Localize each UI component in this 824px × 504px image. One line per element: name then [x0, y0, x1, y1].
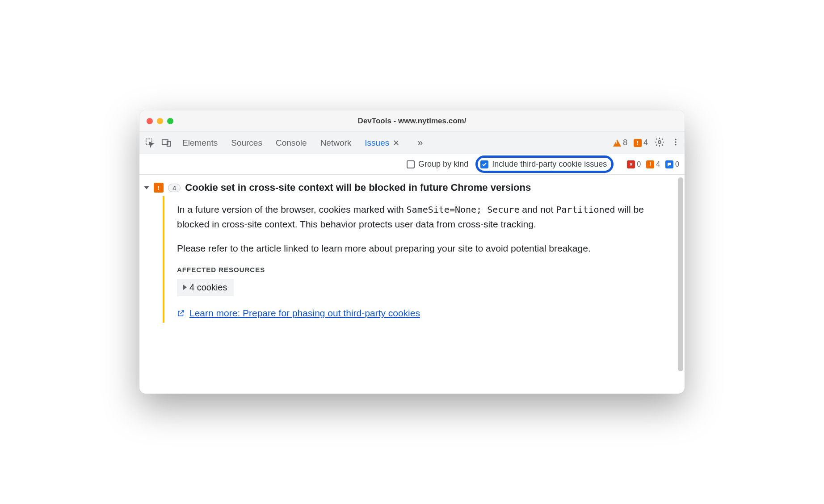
issue-item: ! 4 Cookie set in cross-site context wil…	[139, 175, 685, 394]
issue-count-pill: 4	[168, 184, 181, 192]
issues-filter-bar: Group by kind Include third-party cookie…	[139, 154, 685, 175]
info-count: 0	[675, 160, 679, 168]
svg-point-5	[675, 141, 676, 143]
tab-sources[interactable]: Sources	[231, 137, 262, 149]
settings-icon[interactable]	[654, 137, 665, 149]
group-by-kind-label: Group by kind	[418, 160, 468, 169]
info-square-icon	[665, 160, 673, 168]
tab-issues-label: Issues	[365, 138, 389, 148]
group-by-kind-checkbox[interactable]: Group by kind	[407, 160, 468, 169]
more-tabs-icon[interactable]: »	[417, 137, 423, 149]
tab-elements[interactable]: Elements	[182, 137, 218, 149]
issue-header[interactable]: ! 4 Cookie set in cross-site context wil…	[144, 179, 674, 196]
traffic-lights	[147, 118, 173, 124]
minimize-window-button[interactable]	[157, 118, 163, 124]
maximize-window-button[interactable]	[167, 118, 173, 124]
learn-more-text: Learn more: Prepare for phasing out thir…	[189, 308, 420, 319]
issue-severity-icon: !	[154, 183, 164, 193]
titlebar: DevTools - www.nytimes.com/	[139, 110, 685, 132]
tab-network[interactable]: Network	[320, 137, 352, 149]
learn-more-link[interactable]: Learn more: Prepare for phasing out thir…	[177, 308, 420, 319]
breaking-count: 4	[643, 138, 648, 147]
include-3p-label: Include third-party cookie issues	[492, 160, 607, 169]
warnings-badge[interactable]: 8	[613, 138, 627, 147]
error-square-icon: ×	[627, 160, 635, 168]
breaking-badge[interactable]: ! 4	[634, 138, 648, 147]
inspect-element-icon[interactable]	[144, 137, 156, 149]
expand-caret-icon	[144, 186, 149, 189]
tab-console[interactable]: Console	[276, 137, 307, 149]
issue-kind-counts: × 0 ! 4 0	[627, 160, 679, 168]
desc1-code1: SameSite=None; Secure	[407, 204, 520, 215]
include-3p-highlight: Include third-party cookie issues	[475, 155, 614, 173]
breaking-changes-count[interactable]: ! 4	[646, 160, 660, 168]
desc1-mid: and not	[519, 204, 556, 214]
close-window-button[interactable]	[147, 118, 153, 124]
desc1-code2: Partitioned	[556, 204, 615, 215]
warning-triangle-icon	[613, 139, 621, 147]
improvements-count[interactable]: 0	[665, 160, 679, 168]
toolbar-right: 8 ! 4	[613, 137, 680, 149]
issue-body: In a future version of the browser, cook…	[163, 196, 674, 323]
page-errors-count[interactable]: × 0	[627, 160, 641, 168]
more-options-icon[interactable]	[671, 138, 680, 148]
external-link-icon	[177, 309, 185, 317]
devtools-window: DevTools - www.nytimes.com/ Elements Sou…	[139, 110, 685, 394]
checkbox-checked-icon	[480, 160, 488, 168]
cookies-count-label: 4 cookies	[189, 282, 227, 293]
scrollbar[interactable]	[678, 177, 683, 371]
issue-title: Cookie set in cross-site context will be…	[185, 182, 531, 193]
issues-content: ! 4 Cookie set in cross-site context wil…	[139, 175, 685, 394]
breaking-square-icon: !	[646, 160, 654, 168]
checkbox-unchecked-icon	[407, 160, 415, 168]
warnings-count-mini: 4	[656, 160, 660, 168]
issue-description-2: Please refer to the article linked to le…	[177, 241, 665, 256]
device-toggle-icon[interactable]	[160, 137, 172, 149]
issue-description-1: In a future version of the browser, cook…	[177, 202, 665, 231]
close-tab-icon[interactable]: ✕	[393, 138, 399, 148]
desc1-pre: In a future version of the browser, cook…	[177, 204, 407, 214]
window-title: DevTools - www.nytimes.com/	[139, 117, 685, 126]
warnings-count: 8	[623, 138, 627, 147]
main-toolbar: Elements Sources Console Network Issues …	[139, 132, 685, 154]
breaking-change-icon: !	[634, 139, 642, 147]
tab-issues[interactable]: Issues ✕	[365, 137, 399, 149]
panel-tabs: Elements Sources Console Network Issues …	[182, 137, 423, 149]
collapsed-caret-icon	[183, 285, 187, 290]
svg-point-3	[658, 141, 661, 143]
svg-point-6	[675, 144, 676, 145]
errors-count: 0	[637, 160, 641, 168]
affected-resources-label: AFFECTED RESOURCES	[177, 266, 665, 273]
affected-cookies-toggle[interactable]: 4 cookies	[177, 279, 234, 296]
svg-point-4	[675, 139, 676, 140]
include-3p-checkbox[interactable]: Include third-party cookie issues	[480, 160, 607, 169]
